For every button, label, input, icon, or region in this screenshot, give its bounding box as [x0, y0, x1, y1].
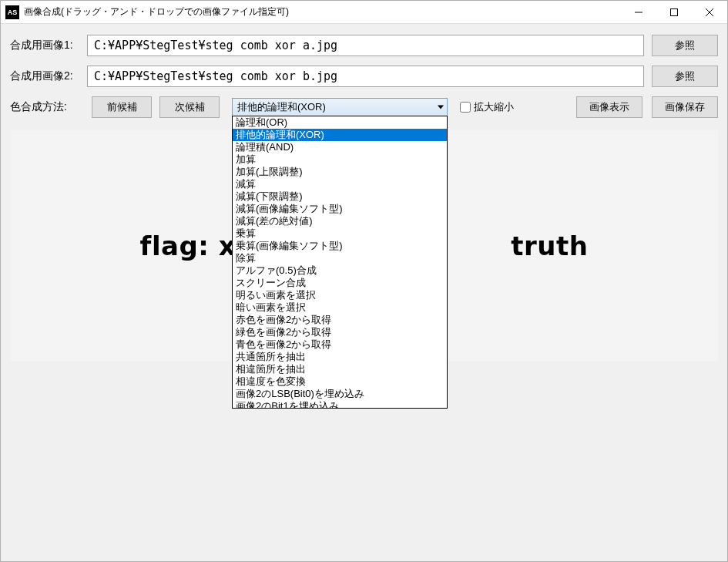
method-option[interactable]: 相違度を色変換 [233, 375, 447, 388]
method-combo-wrap: 排他的論理和(XOR) 論理和(OR)排他的論理和(XOR)論理積(AND)加算… [232, 98, 448, 116]
method-option[interactable]: 相違箇所を抽出 [233, 363, 447, 375]
method-option[interactable]: 共通箇所を抽出 [233, 351, 447, 363]
method-option[interactable]: 暗い画素を選択 [233, 301, 447, 314]
method-option[interactable]: 加算 [233, 153, 447, 166]
display-image-button[interactable]: 画像表示 [576, 96, 642, 118]
method-combobox-value: 排他的論理和(XOR) [237, 100, 326, 114]
method-dropdown[interactable]: 論理和(OR)排他的論理和(XOR)論理積(AND)加算加算(上限調整)減算減算… [232, 116, 448, 409]
method-option[interactable]: アルファ(0.5)合成 [233, 264, 447, 277]
image2-browse-button[interactable]: 参照 [652, 66, 718, 87]
scale-checkbox-label: 拡大縮小 [474, 100, 514, 114]
prev-candidate-button[interactable]: 前候補 [92, 96, 152, 118]
method-option[interactable]: 減算(下限調整) [233, 190, 447, 203]
maximize-button[interactable] [656, 1, 692, 24]
method-option[interactable]: 画像2のLSB(Bit0)を埋め込み [233, 388, 447, 400]
image1-browse-button[interactable]: 参照 [652, 35, 718, 56]
image1-path-input[interactable] [87, 35, 644, 56]
image2-label: 合成用画像2: [10, 69, 79, 83]
image1-row: 合成用画像1: 参照 [10, 35, 718, 56]
app-icon: AS [5, 5, 19, 19]
save-image-button[interactable]: 画像保存 [652, 96, 718, 118]
method-option[interactable]: 排他的論理和(XOR) [233, 129, 447, 141]
method-option[interactable]: 画像2のBit1を埋め込み [233, 400, 447, 409]
minimize-button[interactable] [621, 1, 656, 24]
image2-row: 合成用画像2: 参照 [10, 66, 718, 87]
method-label: 色合成方法: [10, 100, 79, 114]
method-option[interactable]: 減算 [233, 178, 447, 190]
method-option[interactable]: 論理積(AND) [233, 141, 447, 153]
close-button[interactable] [692, 1, 727, 24]
app-window: AS 画像合成(ドラッグ・アンド・ドロップでの画像ファイル指定可) 合成用画像1… [0, 0, 728, 562]
svg-rect-1 [671, 9, 678, 16]
flag-right: truth [511, 231, 588, 261]
titlebar: AS 画像合成(ドラッグ・アンド・ドロップでの画像ファイル指定可) [1, 1, 727, 24]
scale-checkbox[interactable] [460, 102, 471, 113]
method-option[interactable]: 論理和(OR) [233, 116, 447, 129]
client-area: 合成用画像1: 参照 合成用画像2: 参照 色合成方法: 前候補 次候補 排他的… [1, 24, 727, 561]
scale-checkbox-wrap[interactable]: 拡大縮小 [460, 100, 514, 114]
method-option[interactable]: 緑色を画像2から取得 [233, 326, 447, 338]
method-option[interactable]: 赤色を画像2から取得 [233, 314, 447, 326]
image1-label: 合成用画像1: [10, 39, 79, 52]
method-option[interactable]: 除算 [233, 252, 447, 264]
method-option[interactable]: 明るい画素を選択 [233, 289, 447, 301]
next-candidate-button[interactable]: 次候補 [159, 96, 220, 118]
image2-path-input[interactable] [87, 66, 644, 87]
window-buttons [621, 1, 727, 23]
method-option[interactable]: 乗算 [233, 227, 447, 240]
method-option[interactable]: スクリーン合成 [233, 277, 447, 289]
method-option[interactable]: 乗算(画像編集ソフト型) [233, 240, 447, 252]
method-option[interactable]: 減算(画像編集ソフト型) [233, 203, 447, 215]
method-option[interactable]: 青色を画像2から取得 [233, 338, 447, 351]
window-title: 画像合成(ドラッグ・アンド・ドロップでの画像ファイル指定可) [24, 5, 621, 19]
method-option[interactable]: 減算(差の絶対値) [233, 215, 447, 227]
method-combobox[interactable]: 排他的論理和(XOR) [232, 98, 448, 116]
method-option[interactable]: 加算(上限調整) [233, 166, 447, 178]
controls-row: 色合成方法: 前候補 次候補 排他的論理和(XOR) 論理和(OR)排他的論理和… [10, 96, 718, 118]
chevron-down-icon [438, 106, 444, 109]
